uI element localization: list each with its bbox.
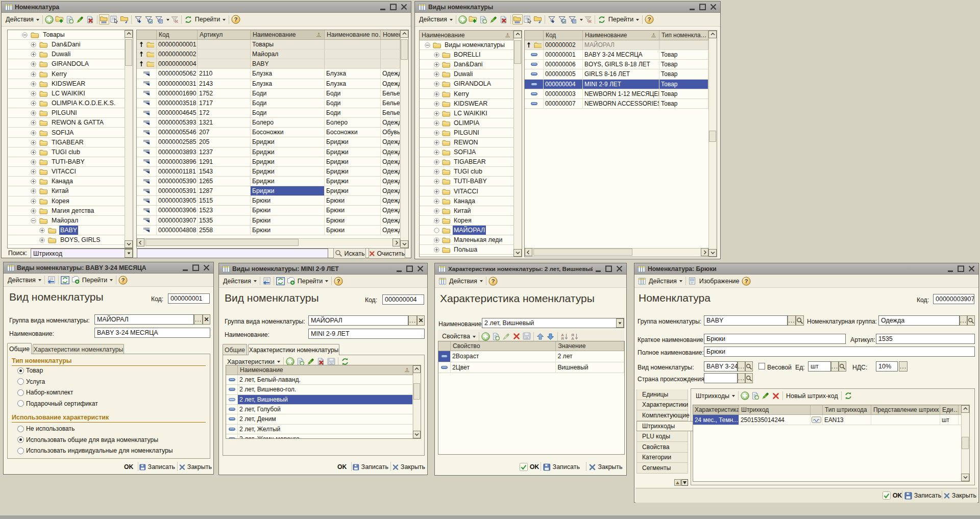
- svg-text:Я: Я: [561, 336, 564, 340]
- svg-text:?: ?: [648, 16, 651, 22]
- svg-text:A: A: [571, 336, 574, 340]
- svg-text:?: ?: [491, 278, 495, 284]
- svg-text:?: ?: [744, 278, 748, 284]
- svg-text:OK: OK: [329, 362, 333, 365]
- svg-text:?: ?: [337, 278, 340, 284]
- svg-text:OK: OK: [525, 337, 529, 339]
- svg-text:?: ?: [234, 16, 238, 22]
- svg-text:?: ?: [121, 277, 125, 283]
